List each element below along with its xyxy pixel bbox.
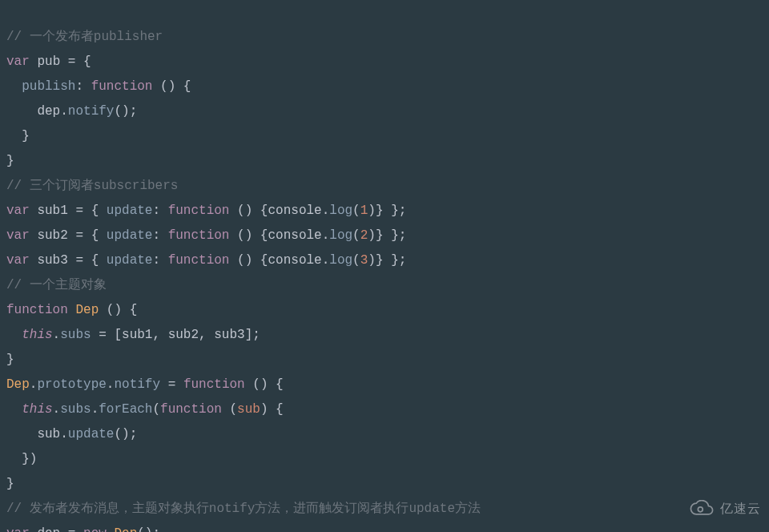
space <box>68 303 76 317</box>
indent <box>6 79 22 94</box>
brace: } <box>6 154 14 168</box>
code-line: } <box>6 154 14 168</box>
indent <box>6 452 22 466</box>
code-line: var pub = { <box>6 54 91 69</box>
code-line: Dep.prototype.notify = function () { <box>6 377 284 392</box>
code-line: this.subs = [sub1, sub2, sub3]; <box>6 328 260 342</box>
code-line: // 一个发布者publisher <box>6 30 163 44</box>
keyword-this: this <box>22 402 52 417</box>
comment: // 三个订阅者subscribers <box>6 179 178 193</box>
brace: } <box>6 477 14 491</box>
punct: = <box>160 377 183 392</box>
keyword-function: function <box>160 402 222 417</box>
punct: ( <box>352 253 360 268</box>
keyword-function: function <box>183 377 245 392</box>
code-line: dep.notify(); <box>6 104 137 119</box>
punct: : <box>152 253 167 268</box>
punct: )} }; <box>368 204 406 218</box>
identifier: dep <box>37 104 60 119</box>
identifier: pub <box>37 54 60 69</box>
space <box>107 526 115 532</box>
punct: ( <box>222 402 237 417</box>
identifier: dep = <box>30 526 83 532</box>
function-name: Dep <box>75 303 99 317</box>
keyword-var: var <box>6 204 30 218</box>
punct: )} }; <box>368 228 406 243</box>
indent <box>6 104 37 119</box>
brace: } <box>22 129 30 143</box>
indent <box>6 427 37 441</box>
punct: ( <box>352 228 360 243</box>
code-line: var sub2 = { update: function () {consol… <box>6 228 406 243</box>
punct: . <box>322 204 330 218</box>
punct: . <box>91 402 99 417</box>
code-line: function Dep () { <box>6 303 137 317</box>
code-line: // 发布者发布消息，主题对象执行notify方法，进而触发订阅者执行updat… <box>6 502 481 516</box>
comment: // 发布者发布消息，主题对象执行notify方法，进而触发订阅者执行updat… <box>6 502 481 516</box>
builtin: console <box>268 253 321 268</box>
identifier: sub2 = { <box>30 228 107 243</box>
property: update <box>107 204 153 218</box>
punct: . <box>60 104 68 119</box>
keyword-function: function <box>91 79 153 94</box>
property: subs <box>60 402 91 417</box>
keyword-function: function <box>168 204 230 218</box>
indent <box>6 328 22 342</box>
builtin: console <box>268 228 321 243</box>
number: 2 <box>360 228 368 243</box>
property: update <box>107 228 153 243</box>
cloud-icon <box>688 500 715 518</box>
identifier: sub <box>37 427 60 441</box>
identifier: Dep <box>6 377 30 392</box>
method: log <box>329 228 352 243</box>
punct: () { <box>245 377 284 392</box>
code-line: var sub1 = { update: function () {consol… <box>6 204 406 218</box>
watermark-text: 亿速云 <box>720 496 761 521</box>
punct: (); <box>114 427 137 441</box>
indent <box>6 129 22 143</box>
identifier <box>30 54 38 69</box>
method: log <box>329 204 352 218</box>
punct: () { <box>152 79 191 94</box>
property: prototype <box>37 377 106 392</box>
keyword-function: function <box>168 253 230 268</box>
code-line: } <box>6 477 14 491</box>
keyword-new: new <box>83 526 107 532</box>
property: publish <box>22 79 75 94</box>
keyword-var: var <box>6 228 30 243</box>
keyword-var: var <box>6 526 30 532</box>
method: forEach <box>99 402 152 417</box>
identifier: sub3 = { <box>30 253 107 268</box>
number: 3 <box>360 253 368 268</box>
punct: : <box>152 228 167 243</box>
property: update <box>107 253 153 268</box>
code-line: this.subs.forEach(function (sub) { <box>6 402 284 417</box>
punct: () { <box>229 204 268 218</box>
punct: (); <box>114 104 137 119</box>
property: notify <box>114 377 160 392</box>
punct: = { <box>60 54 91 69</box>
code-editor: // 一个发布者publisher var pub = { publish: f… <box>0 0 769 532</box>
punct: () { <box>229 253 268 268</box>
function-name: Dep <box>114 526 137 532</box>
code-line: }) <box>6 452 37 466</box>
code-line: } <box>6 353 14 367</box>
method: log <box>329 253 352 268</box>
punct: (); <box>137 526 160 532</box>
punct: }) <box>22 452 37 466</box>
punct: () { <box>99 303 137 317</box>
punct: )} }; <box>368 253 406 268</box>
code-line: publish: function () { <box>6 79 191 94</box>
punct: : <box>152 204 167 218</box>
punct: : <box>75 79 91 94</box>
punct: . <box>53 402 61 417</box>
punct: () { <box>229 228 268 243</box>
punct: . <box>53 328 61 342</box>
keyword-var: var <box>6 54 30 69</box>
property: subs <box>60 328 91 342</box>
svg-point-0 <box>698 506 703 511</box>
identifier: sub1 = { <box>30 204 107 218</box>
code-line: var sub3 = { update: function () {consol… <box>6 253 406 268</box>
punct: . <box>322 228 330 243</box>
comment: // 一个发布者publisher <box>6 30 163 44</box>
